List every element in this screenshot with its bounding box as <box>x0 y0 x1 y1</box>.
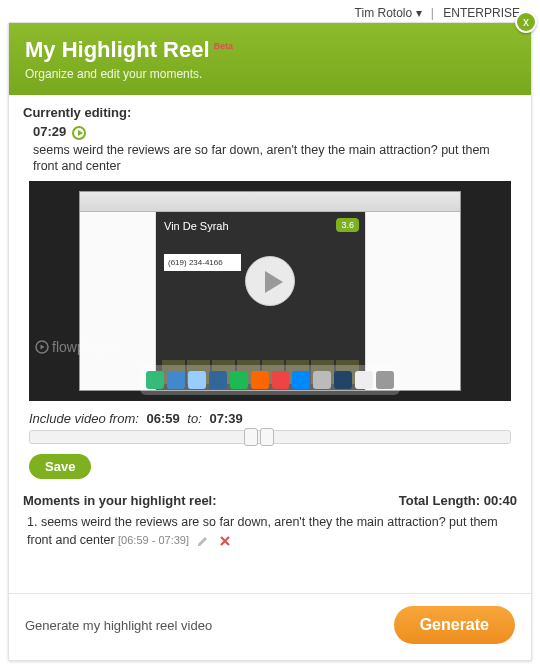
modal-title: My Highlight ReelBeta <box>25 37 233 63</box>
video-player[interactable]: Vin De Syrah 3.6 (619) 234-4166 flowplay… <box>29 181 511 401</box>
pencil-icon[interactable] <box>196 534 210 548</box>
flowplayer-watermark: flowplayer <box>35 339 115 355</box>
current-timestamp: 07:29 <box>33 124 66 139</box>
top-nav: Tim Rotolo ▾ | ENTERPRISE <box>355 6 520 20</box>
modal-body: Currently editing: 07:29 seems weird the… <box>9 95 531 549</box>
from-label: Include video from: <box>29 411 139 426</box>
enterprise-link[interactable]: ENTERPRISE <box>443 6 520 20</box>
range-row: Include video from: 06:59 to: 07:39 <box>29 411 511 426</box>
delete-icon[interactable] <box>218 534 232 548</box>
separator: | <box>431 6 434 20</box>
moment-range: [06:59 - 07:39] <box>118 534 189 546</box>
footer-text: Generate my highlight reel video <box>25 618 212 633</box>
range-slider[interactable] <box>29 430 511 444</box>
moment-text: seems weird the reviews are so far down,… <box>27 515 498 547</box>
generate-button[interactable]: Generate <box>394 606 515 644</box>
to-value: 07:39 <box>209 411 242 426</box>
modal-subtitle: Organize and edit your moments. <box>25 67 515 81</box>
currently-editing-label: Currently editing: <box>23 105 517 120</box>
browser-chrome <box>80 192 460 212</box>
site-title: Vin De Syrah <box>164 220 357 232</box>
slider-handle-to[interactable] <box>260 428 274 446</box>
modal-header: x My Highlight ReelBeta Organize and edi… <box>9 23 531 95</box>
moment-description: seems weird the reviews are so far down,… <box>33 142 517 176</box>
info-card: (619) 234-4166 <box>164 254 241 271</box>
moment-index: 1. <box>27 515 37 529</box>
save-button[interactable]: Save <box>29 454 91 479</box>
mac-dock <box>140 365 400 395</box>
highlight-reel-modal: x My Highlight ReelBeta Organize and edi… <box>8 22 532 661</box>
slider-handle-from[interactable] <box>244 428 258 446</box>
beta-badge: Beta <box>214 41 234 51</box>
rating-badge: 3.6 <box>336 218 359 232</box>
user-menu[interactable]: Tim Rotolo ▾ <box>355 6 422 20</box>
from-value: 06:59 <box>146 411 179 426</box>
moments-heading: Moments in your highlight reel: <box>23 493 217 508</box>
moment-list-item: 1. seems weird the reviews are so far do… <box>23 514 517 549</box>
total-length: Total Length: 00:40 <box>399 493 517 508</box>
play-icon[interactable] <box>72 126 86 140</box>
play-button[interactable] <box>245 256 295 306</box>
close-button[interactable]: x <box>515 11 537 33</box>
to-label: to: <box>187 411 201 426</box>
timestamp-row: 07:29 <box>33 124 517 140</box>
modal-footer: Generate my highlight reel video Generat… <box>9 593 531 660</box>
